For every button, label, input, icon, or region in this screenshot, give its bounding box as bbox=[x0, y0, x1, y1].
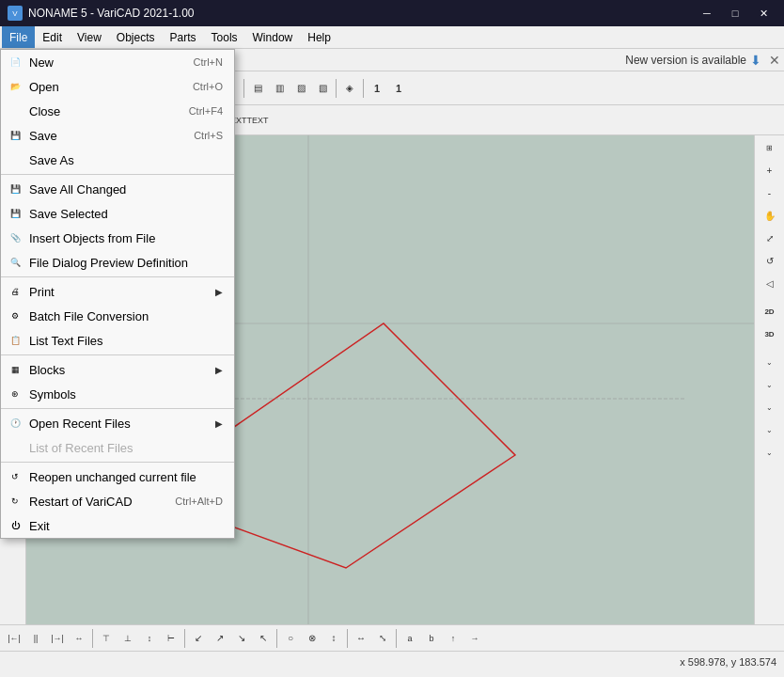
bt-icon-3[interactable]: |→| bbox=[47, 628, 68, 649]
bt-icon-1[interactable]: |←| bbox=[4, 628, 24, 649]
menu-item-restart[interactable]: ↻ Restart of VariCAD Ctrl+Alt+D bbox=[1, 489, 234, 513]
menu-item-reopen-label: Reopen unchanged current file bbox=[29, 470, 196, 484]
menu-view[interactable]: View bbox=[70, 26, 109, 48]
saveas-icon bbox=[7, 151, 24, 168]
listrecent-icon bbox=[7, 439, 24, 456]
right-r3[interactable]: ⌄ bbox=[760, 397, 780, 417]
minimize-button[interactable]: ─ bbox=[694, 4, 720, 23]
toolbar-num2-icon[interactable]: 1 bbox=[388, 78, 409, 99]
menu-item-saveselected[interactable]: 💾 Save Selected bbox=[1, 201, 234, 226]
menu-item-new[interactable]: 📄 New Ctrl+N bbox=[1, 50, 234, 74]
close-button[interactable]: ✕ bbox=[750, 4, 776, 23]
status-bar: x 598.978, y 183.574 bbox=[0, 651, 784, 671]
bt-icon-2[interactable]: || bbox=[25, 628, 46, 649]
bt-icon-13[interactable]: ○ bbox=[280, 628, 301, 649]
menu-item-exit[interactable]: ⏻ Exit bbox=[1, 513, 234, 538]
bt-icon-12[interactable]: ↖ bbox=[253, 628, 274, 649]
toolbar-hatch3-icon[interactable]: ▨ bbox=[290, 78, 311, 99]
bt-icon-19[interactable]: b bbox=[421, 628, 442, 649]
menu-item-filedialog-label: File Dialog Preview Definition bbox=[29, 256, 188, 270]
bt-icon-5[interactable]: ⊤ bbox=[96, 628, 117, 649]
sep-5 bbox=[1, 462, 234, 463]
right-prev[interactable]: ◁ bbox=[760, 273, 780, 293]
new-icon: 📄 bbox=[7, 54, 24, 71]
sep-1 bbox=[1, 174, 234, 175]
bt-icon-7[interactable]: ↕ bbox=[139, 628, 160, 649]
toolbar-num1-icon[interactable]: 1 bbox=[367, 78, 387, 99]
toolbar-hatch2-icon[interactable]: ▥ bbox=[269, 78, 290, 99]
right-zoom-all[interactable]: ⊞ bbox=[760, 137, 780, 158]
right-fit[interactable]: ⤢ bbox=[760, 228, 780, 248]
menu-item-openrecent-label: Open Recent Files bbox=[29, 417, 131, 431]
menu-item-blocks[interactable]: ▦ Blocks ▶ bbox=[1, 357, 234, 382]
menu-help[interactable]: Help bbox=[300, 26, 338, 48]
right-r5[interactable]: ⌄ bbox=[760, 442, 780, 463]
toolbar-3d-icon[interactable]: ◈ bbox=[339, 78, 360, 99]
bt-icon-21[interactable]: → bbox=[464, 628, 485, 649]
menu-item-reopen[interactable]: ↺ Reopen unchanged current file bbox=[1, 464, 234, 489]
bt-icon-8[interactable]: ⊢ bbox=[161, 628, 181, 649]
bt-sep-4 bbox=[347, 629, 348, 648]
menu-item-print-label: Print bbox=[29, 285, 55, 299]
menu-item-openrecent[interactable]: 🕐 Open Recent Files ▶ bbox=[1, 411, 234, 435]
menu-item-saveas-label: Save As bbox=[29, 153, 74, 167]
right-zoom-out[interactable]: - bbox=[760, 182, 780, 203]
bt-icon-17[interactable]: ⤡ bbox=[372, 628, 393, 649]
right-zoom-in[interactable]: + bbox=[760, 160, 780, 181]
menu-item-saveas[interactable]: Save As bbox=[1, 148, 234, 172]
menu-item-listrecent-label: List of Recent Files bbox=[29, 441, 133, 455]
update-close-icon[interactable]: ✕ bbox=[769, 53, 780, 68]
bt-icon-4[interactable]: ↔ bbox=[69, 628, 89, 649]
menu-item-print[interactable]: 🖨 Print ▶ bbox=[1, 279, 234, 304]
menu-item-symbols[interactable]: ⊛ Symbols bbox=[1, 382, 234, 406]
blocks-arrow-icon: ▶ bbox=[215, 365, 223, 375]
bt-icon-9[interactable]: ↙ bbox=[188, 628, 209, 649]
bt-icon-10[interactable]: ↗ bbox=[210, 628, 230, 649]
maximize-button[interactable]: □ bbox=[722, 4, 748, 23]
menu-parts[interactable]: Parts bbox=[163, 26, 204, 48]
menu-item-saveallchanged-label: Save All Changed bbox=[29, 182, 126, 197]
menu-item-open[interactable]: 📂 Open Ctrl+O bbox=[1, 74, 234, 99]
bt-icon-16[interactable]: ↔ bbox=[351, 628, 371, 649]
saveall-icon: 💾 bbox=[7, 181, 24, 197]
bt-icon-6[interactable]: ⊥ bbox=[118, 628, 138, 649]
right-r4[interactable]: ⌄ bbox=[760, 419, 780, 440]
save-icon: 💾 bbox=[7, 127, 24, 144]
menu-item-save-label: Save bbox=[29, 129, 57, 143]
right-r2[interactable]: ⌄ bbox=[760, 374, 780, 395]
bt-icon-14[interactable]: ⊗ bbox=[302, 628, 322, 649]
bottom-toolbar: |←| || |→| ↔ ⊤ ⊥ ↕ ⊢ ↙ ↗ ↘ ↖ ○ ⊗ ↕ ↔ ⤡ a… bbox=[0, 624, 784, 651]
menu-edit[interactable]: Edit bbox=[35, 26, 70, 48]
update-download-icon[interactable]: ⬇ bbox=[750, 53, 761, 68]
menu-item-filedialog[interactable]: 🔍 File Dialog Preview Definition bbox=[1, 250, 234, 275]
toolbar-sep-2 bbox=[336, 79, 337, 98]
menu-item-batchconvert[interactable]: ⚙ Batch File Conversion bbox=[1, 304, 234, 328]
right-redraw[interactable]: ↺ bbox=[760, 250, 780, 271]
menu-item-saveallchanged[interactable]: 💾 Save All Changed bbox=[1, 177, 234, 201]
menu-item-listtextfiles[interactable]: 📋 List Text Files bbox=[1, 328, 234, 353]
bt-icon-11[interactable]: ↘ bbox=[231, 628, 252, 649]
menu-item-insertobjects[interactable]: 📎 Insert Objects from File bbox=[1, 226, 234, 250]
toolbar-hatch4-icon[interactable]: ▧ bbox=[312, 78, 333, 99]
right-pan[interactable]: ✋ bbox=[760, 205, 780, 226]
right-r1[interactable]: ⌄ bbox=[760, 352, 780, 372]
toolbar-hatch-icon[interactable]: ▤ bbox=[247, 78, 268, 99]
reopen-icon: ↺ bbox=[7, 468, 24, 485]
menu-tools[interactable]: Tools bbox=[204, 26, 245, 48]
bt-icon-20[interactable]: ↑ bbox=[443, 628, 463, 649]
right-scale2[interactable]: 3D bbox=[760, 323, 780, 344]
toolbar-text6-icon[interactable]: TEXT bbox=[247, 110, 268, 131]
menu-item-save[interactable]: 💾 Save Ctrl+S bbox=[1, 123, 234, 148]
sep-4 bbox=[1, 408, 234, 409]
menu-item-new-label: New bbox=[29, 55, 54, 70]
menu-objects[interactable]: Objects bbox=[109, 26, 163, 48]
exit-icon: ⏻ bbox=[7, 517, 24, 534]
menu-item-restart-shortcut: Ctrl+Alt+D bbox=[175, 496, 223, 507]
right-scale1[interactable]: 2D bbox=[760, 301, 780, 322]
menu-item-close[interactable]: Close Ctrl+F4 bbox=[1, 99, 234, 123]
bt-icon-18[interactable]: a bbox=[400, 628, 420, 649]
menu-file[interactable]: File bbox=[2, 26, 35, 48]
bt-icon-15[interactable]: ↕ bbox=[323, 628, 344, 649]
menu-item-restart-label: Restart of VariCAD bbox=[29, 495, 133, 509]
menu-window[interactable]: Window bbox=[245, 26, 301, 48]
